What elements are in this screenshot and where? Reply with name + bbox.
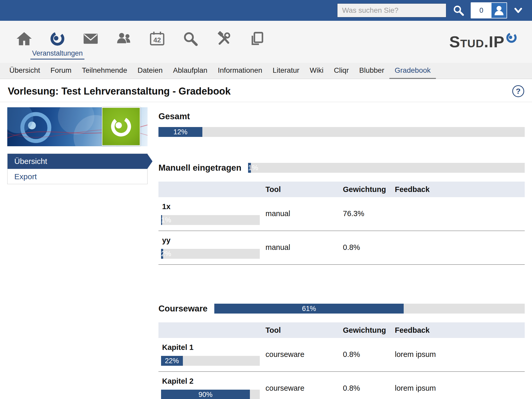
community-icon[interactable]	[115, 21, 133, 63]
table-row: Kapitel 1 22% courseware 0.8% lorem ipsu…	[158, 338, 525, 372]
course-logo-swirl-icon	[107, 112, 135, 141]
row-gewichtung: 0.8%	[343, 243, 395, 252]
tab-dateien[interactable]: Dateien	[132, 63, 168, 79]
manual-table: Tool Gewichtung Feedback 1x 1%	[158, 182, 525, 265]
overall-section: Gesamt 12%	[158, 111, 525, 137]
tab-informationen[interactable]: Informationen	[212, 63, 267, 79]
overall-progress-label: 12%	[158, 127, 202, 137]
search-submit-icon[interactable]	[453, 4, 464, 16]
manual-section-heading: Manuell eingetragen	[158, 163, 241, 173]
row-progressbar: 1%	[161, 215, 260, 225]
sidebar-item-label: Übersicht	[14, 157, 47, 166]
col-feedback: Feedback	[395, 326, 525, 335]
tab-forum[interactable]: Forum	[45, 63, 77, 79]
global-search-input[interactable]	[337, 3, 446, 17]
row-progress-label: 1%	[161, 215, 171, 225]
table-header-row: Tool Gewichtung Feedback	[158, 182, 525, 197]
search-icon[interactable]	[181, 21, 200, 63]
tab-teilnehmende[interactable]: Teilnehmende	[77, 63, 132, 79]
manual-section: Manuell eingetragen 1% Tool Gewichtung F…	[158, 163, 525, 265]
row-tool: courseware	[265, 384, 343, 393]
row-tool: manual	[265, 209, 343, 218]
sidebar-menu: Übersicht Export	[7, 154, 148, 184]
col-feedback: Feedback	[395, 185, 525, 194]
topbar: 0	[0, 0, 532, 21]
tab-uebersicht[interactable]: Übersicht	[4, 63, 45, 79]
row-progressbar: 22%	[161, 356, 260, 366]
row-feedback: lorem ipsum	[395, 384, 525, 393]
content-area: Vorlesung: Test Lehrveranstaltung - Grad…	[0, 79, 532, 399]
col-tool: Tool	[265, 185, 343, 194]
row-name: yy	[158, 236, 265, 245]
manual-section-progressbar: 1%	[248, 163, 525, 173]
schedule-icon[interactable]: 42	[148, 21, 166, 63]
col-tool: Tool	[265, 326, 343, 335]
row-name: Kapitel 1	[158, 343, 265, 352]
main-icon-toolbar: Veranstaltungen 42	[0, 21, 532, 63]
course-banner-image	[7, 107, 148, 146]
tab-wiki[interactable]: Wiki	[304, 63, 329, 79]
notification-count[interactable]: 0	[471, 6, 491, 15]
row-tool: manual	[265, 243, 343, 252]
person-icon	[493, 4, 506, 17]
help-icon[interactable]: ?	[512, 85, 524, 97]
row-progress-label: 2%	[161, 249, 171, 259]
row-progress-label: 90%	[161, 390, 250, 399]
courseware-section: Courseware 61% Tool Gewichtung Feedback	[158, 304, 525, 399]
manual-progress-label: 1%	[248, 163, 258, 173]
svg-text:42: 42	[153, 36, 161, 44]
tab-blubber[interactable]: Blubber	[354, 63, 390, 79]
studip-logo-swirl-icon	[506, 32, 517, 45]
studip-logo-text: Stud.IP	[449, 34, 504, 50]
table-row: 1x 1% manual 76.3%	[158, 197, 525, 231]
sidebar-item-export[interactable]: Export	[8, 169, 147, 184]
row-name: 1x	[158, 202, 265, 211]
row-name: Kapitel 2	[158, 377, 265, 385]
active-toolbar-label: Veranstaltungen	[30, 49, 84, 59]
col-gewichtung: Gewichtung	[343, 185, 395, 194]
avatar[interactable]	[491, 3, 507, 18]
row-progressbar: 90%	[161, 390, 260, 399]
course-logo-tile	[102, 107, 140, 146]
user-box: 0	[471, 2, 507, 18]
gradebook-main: Gesamt 12% Manuell eingetragen 1%	[158, 107, 525, 399]
sidebar: Übersicht Export	[7, 107, 148, 399]
tab-gradebook[interactable]: Gradebook	[389, 63, 436, 79]
courseware-progress-label: 61%	[214, 304, 404, 314]
overall-heading: Gesamt	[158, 111, 525, 121]
studip-logo: Stud.IP	[449, 34, 517, 50]
tools-icon[interactable]	[215, 21, 233, 63]
page-title: Vorlesung: Test Lehrveranstaltung - Grad…	[8, 86, 231, 97]
tab-ablaufplan[interactable]: Ablaufplan	[168, 63, 212, 79]
courseware-section-heading: Courseware	[158, 304, 208, 314]
tab-literatur[interactable]: Literatur	[268, 63, 305, 79]
row-progress-label: 22%	[161, 356, 183, 366]
row-progressbar: 2%	[161, 249, 260, 259]
sidebar-item-label: Export	[14, 172, 37, 181]
tab-cliqr[interactable]: Cliqr	[329, 63, 354, 79]
table-row: Kapitel 2 90% courseware 0.8% lorem ipsu…	[158, 372, 525, 399]
courseware-section-progressbar: 61%	[214, 304, 525, 314]
table-row: yy 2% manual 0.8%	[158, 231, 525, 265]
row-tool: courseware	[265, 350, 343, 359]
row-feedback: lorem ipsum	[395, 350, 525, 359]
sidebar-item-uebersicht[interactable]: Übersicht	[8, 154, 147, 169]
courses-swirl-icon[interactable]: Veranstaltungen	[48, 21, 66, 63]
courseware-table: Tool Gewichtung Feedback Kapitel 1 22%	[158, 322, 525, 399]
table-header-row: Tool Gewichtung Feedback	[158, 322, 525, 338]
page-header: Vorlesung: Test Lehrveranstaltung - Grad…	[0, 79, 532, 102]
mail-icon[interactable]	[82, 21, 100, 63]
row-gewichtung: 0.8%	[343, 350, 395, 359]
overall-progressbar: 12%	[158, 127, 525, 137]
chevron-down-icon[interactable]	[513, 6, 523, 15]
row-gewichtung: 76.3%	[343, 209, 395, 218]
course-tabbar: Übersicht Forum Teilnehmende Dateien Abl…	[0, 63, 532, 79]
row-gewichtung: 0.8%	[343, 384, 395, 393]
col-gewichtung: Gewichtung	[343, 326, 395, 335]
clipboard-icon[interactable]	[248, 21, 266, 63]
